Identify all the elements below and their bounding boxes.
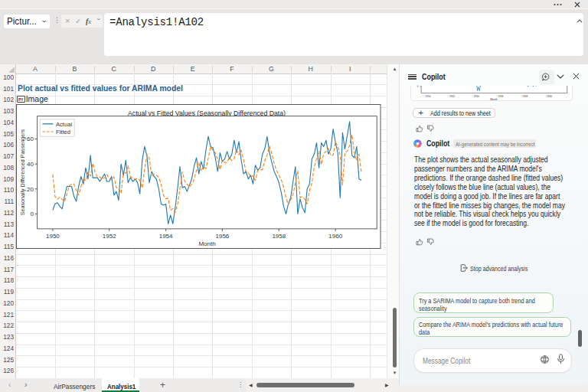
svg-text:1952: 1952: [449, 95, 455, 98]
svg-text:1958: 1958: [522, 95, 528, 98]
svg-text:1956: 1956: [498, 95, 503, 98]
svg-text:1950: 1950: [425, 95, 430, 98]
svg-text:0: 0: [30, 211, 34, 217]
svg-text:1960: 1960: [328, 233, 342, 240]
svg-text:1956: 1956: [215, 233, 229, 240]
svg-text:Month: Month: [490, 98, 498, 101]
svg-text:Fitted: Fitted: [56, 129, 70, 136]
svg-text:Actual vs Fitted Values (Seaso: Actual vs Fitted Values (Seasonally Diff…: [128, 109, 286, 117]
svg-text:0: 0: [417, 85, 419, 88]
svg-text:60: 60: [27, 136, 34, 142]
svg-text:40: 40: [27, 161, 34, 168]
svg-text:Seasonally Differenced Passeng: Seasonally Differenced Passengers: [20, 129, 26, 215]
svg-text:20: 20: [27, 186, 34, 193]
svg-text:1952: 1952: [102, 233, 116, 240]
svg-text:Month: Month: [198, 240, 215, 247]
svg-text:1950: 1950: [46, 233, 60, 240]
svg-text:Actual: Actual: [56, 121, 72, 128]
svg-text:1960: 1960: [547, 95, 552, 98]
svg-text:1958: 1958: [272, 233, 286, 240]
svg-text:1954: 1954: [474, 95, 479, 98]
svg-text:1954: 1954: [158, 233, 172, 240]
